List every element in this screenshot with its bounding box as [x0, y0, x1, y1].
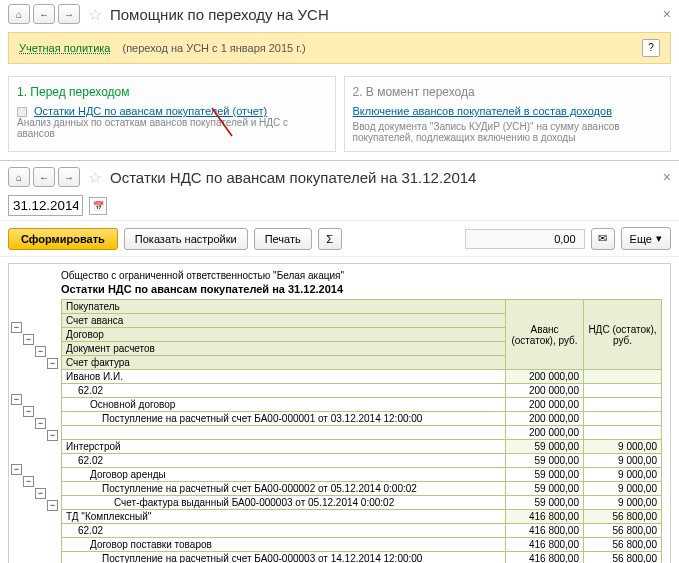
- collapse-icon[interactable]: −: [11, 394, 22, 405]
- close-icon-2[interactable]: ×: [663, 169, 671, 185]
- collapse-icon[interactable]: −: [23, 406, 34, 417]
- col-buyer: Покупатель: [62, 300, 506, 314]
- section-before: 1. Перед переходом Остатки НДС по аванса…: [8, 76, 336, 152]
- date-picker-icon[interactable]: 📅: [89, 197, 107, 215]
- table-row[interactable]: Договор поставки товаров416 800,0056 800…: [62, 538, 662, 552]
- mail-icon[interactable]: ✉: [591, 228, 615, 250]
- table-row[interactable]: Поступление на расчетный счет БА00-00000…: [62, 412, 662, 426]
- table-row[interactable]: 200 000,00: [62, 426, 662, 440]
- forward-icon-2[interactable]: →: [58, 167, 80, 187]
- favorite-icon-2[interactable]: ☆: [88, 168, 102, 187]
- col-vat: НДС (остаток), руб.: [584, 300, 662, 370]
- section-2-title: 2. В момент перехода: [353, 85, 663, 99]
- home-icon[interactable]: ⌂: [8, 4, 30, 24]
- more-button[interactable]: Еще▾: [621, 227, 671, 250]
- section-1-title: 1. Перед переходом: [17, 85, 327, 99]
- table-row[interactable]: Иванов И.И.200 000,00: [62, 370, 662, 384]
- assistant-window: ⌂ ← → ☆ Помощник по переходу на УСН × Уч…: [0, 0, 679, 161]
- collapse-icon[interactable]: −: [23, 334, 34, 345]
- accounting-policy-link[interactable]: Учетная политика: [19, 42, 110, 54]
- chevron-down-icon: ▾: [656, 232, 662, 245]
- collapse-icon[interactable]: −: [35, 346, 46, 357]
- table-row[interactable]: ТД "Комплексный"416 800,0056 800,00: [62, 510, 662, 524]
- table-row[interactable]: 62.02200 000,00: [62, 384, 662, 398]
- print-button[interactable]: Печать: [254, 228, 312, 250]
- org-name: Общество с ограниченной ответственностью…: [61, 270, 662, 281]
- sum-display: 0,00: [465, 229, 585, 249]
- table-row[interactable]: 62.02416 800,0056 800,00: [62, 524, 662, 538]
- table-row[interactable]: 62.0259 000,009 000,00: [62, 454, 662, 468]
- window-title-2: Остатки НДС по авансам покупателей на 31…: [110, 169, 663, 186]
- close-icon[interactable]: ×: [663, 6, 671, 22]
- collapse-icon[interactable]: −: [47, 430, 58, 441]
- help-button[interactable]: ?: [642, 39, 660, 57]
- section-2-sub: Ввод документа "Запись КУДиР (УСН)" на с…: [353, 121, 663, 143]
- forward-icon[interactable]: →: [58, 4, 80, 24]
- table-row[interactable]: Поступление на расчетный счет БА00-00000…: [62, 482, 662, 496]
- collapse-icon[interactable]: −: [35, 488, 46, 499]
- table-row[interactable]: Основной договор200 000,00: [62, 398, 662, 412]
- col-advance: Аванс (остаток), руб.: [506, 300, 584, 370]
- collapse-icon[interactable]: −: [47, 500, 58, 511]
- collapse-icon[interactable]: −: [11, 464, 22, 475]
- table-row[interactable]: Счет-фактура выданный БА00-000003 от 05.…: [62, 496, 662, 510]
- hintbar: Учетная политика (переход на УСН с 1 янв…: [8, 32, 671, 64]
- report-window: ⌂ ← → ☆ Остатки НДС по авансам покупател…: [0, 163, 679, 563]
- date-input[interactable]: [8, 195, 83, 216]
- sigma-icon[interactable]: Σ: [318, 228, 342, 250]
- table-row[interactable]: Договор аренды59 000,009 000,00: [62, 468, 662, 482]
- home-icon-2[interactable]: ⌂: [8, 167, 30, 187]
- show-settings-button[interactable]: Показать настройки: [124, 228, 248, 250]
- collapse-icon[interactable]: −: [23, 476, 34, 487]
- hint-text: (переход на УСН с 1 января 2015 г.): [122, 42, 642, 54]
- table-row[interactable]: Поступление на расчетный счет БА00-00000…: [62, 552, 662, 564]
- section-during: 2. В момент перехода Включение авансов п…: [344, 76, 672, 152]
- bullet-icon: [17, 107, 27, 117]
- form-button[interactable]: Сформировать: [8, 228, 118, 250]
- collapse-icon[interactable]: −: [35, 418, 46, 429]
- titlebar-2: ⌂ ← → ☆ Остатки НДС по авансам покупател…: [0, 163, 679, 191]
- section-1-sub: Анализ данных по остаткам авансов покупа…: [17, 117, 327, 139]
- favorite-icon[interactable]: ☆: [88, 5, 102, 24]
- back-icon[interactable]: ←: [33, 4, 55, 24]
- vat-remains-link[interactable]: Остатки НДС по авансам покупателей (отче…: [34, 105, 267, 117]
- table-row[interactable]: Интерстрой59 000,009 000,00: [62, 440, 662, 454]
- back-icon-2[interactable]: ←: [33, 167, 55, 187]
- titlebar-1: ⌂ ← → ☆ Помощник по переходу на УСН ×: [0, 0, 679, 28]
- collapse-icon[interactable]: −: [47, 358, 58, 369]
- report-title: Остатки НДС по авансам покупателей на 31…: [61, 283, 662, 295]
- report-table: Покупатель Аванс (остаток), руб. НДС (ос…: [61, 299, 662, 563]
- report-area: − − − − − − − − − − − − Общество с огран…: [8, 263, 671, 563]
- window-title-1: Помощник по переходу на УСН: [110, 6, 663, 23]
- include-advances-link[interactable]: Включение авансов покупателей в состав д…: [353, 105, 663, 117]
- collapse-icon[interactable]: −: [11, 322, 22, 333]
